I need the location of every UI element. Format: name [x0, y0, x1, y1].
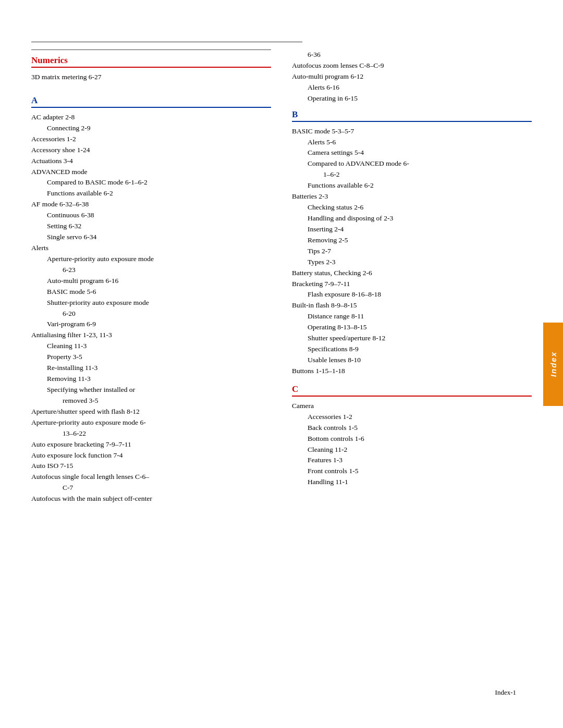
b-entry-tips: Tips 2-7: [292, 246, 532, 257]
b-entry-shutter-speed: Shutter speed/aperture 8-12: [292, 333, 532, 344]
page: Index Numerics 3D matrix metering 6-27 A: [0, 0, 563, 728]
a-entry-reinstalling: Re-installing 11-3: [31, 363, 271, 374]
section-c: C Camera Accessories 1-2 Back controls 1…: [292, 384, 532, 488]
b-entry-flash-exposure: Flash exposure 8-16–8-18: [292, 289, 532, 300]
section-c-heading: C: [292, 384, 532, 394]
b-entry-battery-status: Battery status, Checking 2-6: [292, 268, 532, 279]
a-entry-connecting: Connecting 2-9: [31, 123, 271, 134]
b-entry-built-in-flash: Built-in flash 8-9–8-15: [292, 300, 532, 311]
a-entry-basic-mode: BASIC mode 5-6: [31, 287, 271, 298]
a-entry-advanced-mode: ADVANCED mode: [31, 167, 271, 178]
index-tab: Index: [543, 323, 563, 406]
a-entry-removing: Removing 11-3: [31, 374, 271, 385]
a-right-6-36: 6-36: [292, 50, 532, 60]
a-entry-alerts: Alerts: [31, 243, 271, 254]
a-right-autofocus-zoom: Autofocus zoom lenses C-8–C-9: [292, 60, 532, 71]
section-a-right-entries: 6-36 Autofocus zoom lenses C-8–C-9 Auto-…: [292, 50, 532, 104]
section-a-heading: A: [31, 95, 271, 106]
a-entry-autofocus-single-cont: C-7: [31, 483, 271, 493]
a-entry-compared-basic: Compared to BASIC mode 6-1–6-2: [31, 177, 271, 188]
c-entry-camera: Camera: [292, 401, 532, 412]
b-entry-bracketing: Bracketing 7-9–7-11: [292, 279, 532, 290]
a-entry-autofocus-single: Autofocus single focal length lenses C-6…: [31, 472, 271, 483]
b-entry-operating: Operating 8-13–8-15: [292, 322, 532, 333]
a-entry-af-mode: AF mode 6-32–6-38: [31, 199, 271, 210]
b-entry-removing: Removing 2-5: [292, 235, 532, 246]
a-entry-auto-exp-lock: Auto exposure lock function 7-4: [31, 450, 271, 461]
a-entry-auto-multi: Auto-multi program 6-16: [31, 276, 271, 287]
a-entry-accessory-shoe: Accessory shoe 1-24: [31, 145, 271, 156]
b-entry-camera-settings: Camera settings 5-4: [292, 147, 532, 158]
section-b-heading: B: [292, 109, 532, 120]
a-right-operating: Operating in 6-15: [292, 93, 532, 104]
section-c-rule: [292, 396, 532, 397]
b-entry-compared-advanced-cont: 1–6-2: [292, 169, 532, 180]
c-entry-back-controls: Back controls 1-5: [292, 423, 532, 434]
index-tab-label: Index: [549, 351, 558, 377]
b-entry-distance-range: Distance range 8-11: [292, 311, 532, 322]
b-entry-batteries: Batteries 2-3: [292, 191, 532, 202]
a-entry-actuations: Actuations 3-4: [31, 156, 271, 167]
b-entry-types: Types 2-3: [292, 257, 532, 268]
a-entry-autofocus-main: Autofocus with the main subject off-cent…: [31, 493, 271, 504]
b-entry-buttons: Buttons 1-15–1-18: [292, 366, 532, 377]
b-entry-handling: Handling and disposing of 2-3: [292, 213, 532, 224]
c-entry-bottom-controls: Bottom controls 1-6: [292, 434, 532, 445]
section-b-entries: BASIC mode 5-3–5-7 Alerts 5-6 Camera set…: [292, 126, 532, 377]
footer: Index-1: [495, 688, 516, 697]
c-entry-features: Features 1-3: [292, 455, 532, 466]
section-c-entries: Camera Accessories 1-2 Back controls 1-5…: [292, 401, 532, 488]
section-a-entries: AC adapter 2-8 Connecting 2-9 Accessorie…: [31, 112, 271, 504]
c-entry-handling: Handling 11-1: [292, 477, 532, 488]
b-entry-compared-advanced: Compared to ADVANCED mode 6-: [292, 158, 532, 169]
a-entry-vari-program: Vari-program 6-9: [31, 319, 271, 330]
a-entry-continuous: Continuous 6-38: [31, 210, 271, 221]
a-entry-setting: Setting 6-32: [31, 221, 271, 232]
a-entry-functions-available: Functions available 6-2: [31, 188, 271, 199]
a-entry-antialiasing: Antialiasing filter 1-23, 11-3: [31, 330, 271, 341]
b-entry-basic-mode: BASIC mode 5-3–5-7: [292, 126, 532, 137]
numerics-entry: 3D matrix metering 6-27: [31, 72, 271, 83]
b-entry-checking-status: Checking status 2-6: [292, 202, 532, 213]
c-entry-accessories: Accessories 1-2: [292, 412, 532, 423]
a-entry-auto-iso: Auto ISO 7-15: [31, 461, 271, 472]
content-area: Numerics 3D matrix metering 6-27 A AC ad…: [31, 50, 532, 504]
numerics-rule: [31, 67, 271, 68]
a-entry-specifying-cont: removed 3-5: [31, 396, 271, 406]
c-entry-cleaning: Cleaning 11-2: [292, 445, 532, 455]
a-entry-aperture-priority-mode-cont: 13–6-22: [31, 428, 271, 439]
section-a-rule: [31, 107, 271, 108]
a-entry-accessories: Accessories 1-2: [31, 134, 271, 145]
a-right-alerts: Alerts 6-16: [292, 82, 532, 93]
a-entry-cleaning: Cleaning 11-3: [31, 341, 271, 352]
section-b-rule: [292, 121, 532, 122]
b-entry-functions: Functions available 6-2: [292, 180, 532, 191]
page-number: Index-1: [495, 688, 516, 696]
numerics-entry-1: 3D matrix metering 6-27: [31, 72, 271, 83]
section-a: A AC adapter 2-8 Connecting 2-9 Accessor…: [31, 95, 271, 504]
a-entry-single-servo: Single servo 6-34: [31, 232, 271, 243]
numerics-heading: Numerics: [31, 55, 271, 66]
b-entry-specifications: Specifications 8-9: [292, 344, 532, 355]
a-entry-specifying: Specifying whether installed or: [31, 385, 271, 396]
b-entry-alerts: Alerts 5-6: [292, 137, 532, 148]
a-right-auto-multi: Auto-multi program 6-12: [292, 71, 532, 82]
c-entry-front-controls: Front controls 1-5: [292, 466, 532, 477]
a-entry-aperture-priority-cont: 6-23: [31, 265, 271, 276]
a-entry-aperture-priority: Aperture-priority auto exposure mode: [31, 254, 271, 265]
a-entry-shutter-priority: Shutter-priority auto exposure mode: [31, 298, 271, 309]
a-entry-ac-adapter: AC adapter 2-8: [31, 112, 271, 123]
b-entry-usable-lenses: Usable lenses 8-10: [292, 355, 532, 366]
b-entry-inserting: Inserting 2-4: [292, 224, 532, 235]
a-entry-property: Property 3-5: [31, 352, 271, 363]
right-column: 6-36 Autofocus zoom lenses C-8–C-9 Auto-…: [292, 50, 532, 504]
a-entry-aperture-priority-mode: Aperture-priority auto exposure mode 6-: [31, 417, 271, 428]
a-entry-aperture-shutter: Aperture/shutter speed with flash 8-12: [31, 406, 271, 417]
numerics-top-rule: [31, 50, 271, 50]
numerics-section: Numerics 3D matrix metering 6-27: [31, 50, 271, 83]
a-entry-shutter-priority-cont: 6-20: [31, 309, 271, 319]
section-b: B BASIC mode 5-3–5-7 Alerts 5-6 Camera s…: [292, 109, 532, 377]
left-column: Numerics 3D matrix metering 6-27 A AC ad…: [31, 50, 271, 504]
a-entry-auto-exp-bracketing: Auto exposure bracketing 7-9–7-11: [31, 439, 271, 450]
